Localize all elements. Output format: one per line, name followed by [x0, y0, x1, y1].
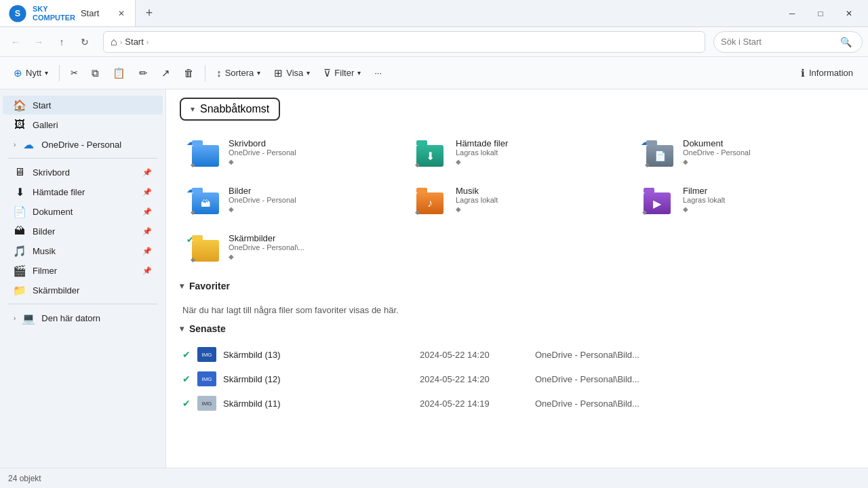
- sidebar-item-datorn[interactable]: › 💻 Den här datorn: [3, 308, 163, 327]
- new-button[interactable]: ⊕ Nytt ▾: [8, 64, 54, 83]
- sidebar-item-hamtade[interactable]: ⬇ Hämtade filer 📌: [3, 182, 163, 201]
- home-icon[interactable]: ⌂: [111, 36, 117, 48]
- senaste-row-1[interactable]: ✔ IMG Skärmbild (13) 2024-05-22 14:20 On…: [180, 342, 854, 367]
- up-button[interactable]: ↑: [52, 32, 72, 52]
- more-button[interactable]: ···: [369, 64, 387, 81]
- sidebar-item-galleri[interactable]: 🖼 Galleri: [3, 115, 163, 134]
- active-tab[interactable]: S SKY COMPUTER Start ✕: [0, 0, 136, 26]
- senaste-header[interactable]: ▾ Senaste: [180, 323, 854, 334]
- skrivbord-icon: 🖥: [14, 166, 26, 178]
- sidebar-divider2: [8, 304, 157, 304]
- sidebar-item-bilder[interactable]: 🏔 Bilder 📌: [3, 222, 163, 241]
- sidebar-item-start[interactable]: 🏠 Start: [3, 96, 163, 115]
- senaste-check-3: ✔: [182, 398, 191, 409]
- sidebar-label-start: Start: [33, 100, 51, 110]
- senaste-file-thumb-2: IMG: [197, 371, 216, 386]
- quick-pin-skrivbord: ◆: [229, 158, 393, 165]
- filmer-pin-icon: 📌: [142, 266, 152, 275]
- cut-icon: ✂: [71, 68, 78, 78]
- quick-pin-filmer: ◆: [683, 205, 848, 213]
- pin-icon-hamtade: ◆: [415, 161, 420, 168]
- senaste-name-3: Skärmbild (11): [223, 399, 413, 409]
- quick-info-dokument: Dokument OneDrive - Personal ◆: [683, 138, 848, 165]
- musik-icon: 🎵: [14, 245, 26, 257]
- rename-button[interactable]: ✏: [134, 64, 153, 83]
- cut-button[interactable]: ✂: [65, 64, 83, 81]
- paste-button[interactable]: 📋: [107, 64, 131, 83]
- sidebar-item-skarmbilder[interactable]: 📁 Skärmbilder: [3, 281, 163, 300]
- sidebar-item-skrivbord[interactable]: 🖥 Skrivbord 📌: [3, 163, 163, 182]
- information-button[interactable]: ℹ Information: [794, 64, 860, 83]
- sidebar-label-datorn: Den här datorn: [41, 313, 100, 323]
- new-chevron-icon: ▾: [45, 69, 48, 77]
- quick-item-skrivbord[interactable]: ☁ ◆ Skrivbord OneDrive - Personal ◆: [180, 131, 400, 172]
- favoriter-label: Favoriter: [189, 281, 230, 291]
- maximize-button[interactable]: □: [807, 3, 834, 24]
- sidebar-label-dokument: Dokument: [33, 207, 73, 217]
- snabbatkomst-header[interactable]: ▾ Snabbåtkomst: [180, 98, 280, 121]
- favoriter-empty-text: När du har lagt till några filer som fav…: [180, 300, 854, 323]
- quick-pin-dokument: ◆: [683, 158, 848, 165]
- view-button[interactable]: ⊞ Visa ▾: [269, 64, 315, 83]
- filmer-icon: 🎬: [14, 264, 26, 277]
- search-box[interactable]: 🔍: [713, 31, 863, 53]
- forward-button[interactable]: →: [28, 32, 49, 52]
- minimize-button[interactable]: ─: [778, 3, 806, 24]
- quick-item-bilder[interactable]: ☁ 🏔 ◆ Bilder OneDrive - Personal ◆: [180, 179, 400, 220]
- svg-text:S: S: [15, 9, 20, 18]
- paste-icon: 📋: [113, 67, 125, 79]
- senaste-date-2: 2024-05-22 14:20: [420, 374, 528, 384]
- onedrive-icon: ☁: [22, 138, 35, 150]
- search-input[interactable]: [721, 37, 836, 47]
- new-tab-button[interactable]: +: [138, 3, 160, 24]
- new-label: Nytt: [26, 68, 41, 78]
- back-button[interactable]: ←: [5, 32, 26, 52]
- sidebar-label-bilder: Bilder: [33, 226, 55, 237]
- senaste-row-2[interactable]: ✔ IMG Skärmbild (12) 2024-05-22 14:20 On…: [180, 367, 854, 391]
- delete-button[interactable]: 🗑: [178, 64, 199, 82]
- copy-button[interactable]: ⧉: [86, 64, 104, 83]
- senaste-row-3[interactable]: ✔ IMG Skärmbild (11) 2024-05-22 14:19 On…: [180, 391, 854, 415]
- logo-line1: SKY: [33, 5, 75, 13]
- quick-name-musik: Musik: [456, 186, 620, 196]
- bilder-pin-icon: 📌: [142, 227, 152, 236]
- snabbatkomst-section-header-wrapper: ▾ Snabbåtkomst: [180, 98, 280, 131]
- sidebar-item-musik[interactable]: 🎵 Musik 📌: [3, 241, 163, 260]
- share-button[interactable]: ↗: [156, 64, 176, 83]
- skrivbord-pin-icon: 📌: [142, 168, 152, 177]
- quick-item-musik[interactable]: ♪ ◆ Musik Lagras lokalt ◆: [407, 179, 627, 220]
- dokument-icon: 📄: [14, 205, 26, 218]
- hamtade-icon: ⬇: [14, 186, 26, 198]
- breadcrumb[interactable]: ⌂ › Start ›: [103, 31, 705, 53]
- sidebar-item-onedrive[interactable]: › ☁ OneDrive - Personal: [3, 135, 163, 154]
- pin-icon-dokument: ◆: [645, 161, 650, 168]
- senaste-path-1: OneDrive - Personal\Bild...: [535, 350, 852, 360]
- view-icon: ⊞: [274, 67, 283, 79]
- close-button[interactable]: ✕: [835, 3, 863, 24]
- breadcrumb-start[interactable]: Start: [125, 37, 143, 47]
- sort-label: Sortera: [225, 68, 254, 78]
- quick-item-hamtade[interactable]: ⬇ ◆ Hämtade filer Lagras lokalt ◆: [407, 131, 627, 172]
- sidebar-label-galleri: Galleri: [33, 120, 58, 130]
- sort-button[interactable]: ↕ Sortera ▾: [211, 64, 266, 82]
- quick-item-skarmbilder[interactable]: ✔ ◆ Skärmbilder OneDrive - Personal\... …: [180, 226, 400, 267]
- app-logo: S: [8, 4, 27, 23]
- info-icon: ℹ: [801, 67, 805, 79]
- onedrive-chevron-icon: ›: [14, 141, 16, 148]
- quick-item-filmer[interactable]: ▶ ◆ Filmer Lagras lokalt ◆: [634, 179, 854, 220]
- filter-button[interactable]: ⊽ Filter ▾: [318, 64, 366, 83]
- sidebar-item-dokument[interactable]: 📄 Dokument 📌: [3, 202, 163, 221]
- quick-sub-hamtade: Lagras lokalt: [456, 148, 620, 157]
- toolbar: ⊕ Nytt ▾ ✂ ⧉ 📋 ✏ ↗ 🗑 ↕ Sortera ▾ ⊞ Visa …: [0, 57, 868, 89]
- quick-info-filmer: Filmer Lagras lokalt ◆: [683, 186, 848, 213]
- senaste-label: Senaste: [189, 323, 226, 334]
- quick-access-grid: ☁ ◆ Skrivbord OneDrive - Personal ◆: [180, 131, 854, 267]
- refresh-button[interactable]: ↻: [75, 32, 95, 52]
- quick-item-dokument[interactable]: ☁ 📄 ◆ Dokument OneDrive - Personal ◆: [634, 131, 854, 172]
- tab-close-button[interactable]: ✕: [116, 8, 127, 19]
- sidebar-item-filmer[interactable]: 🎬 Filmer 📌: [3, 261, 163, 280]
- pin-icon-skrivbord: ◆: [191, 161, 195, 168]
- favoriter-header[interactable]: ▾ Favoriter: [180, 281, 854, 291]
- sidebar-divider1: [8, 158, 157, 159]
- senaste-date-1: 2024-05-22 14:20: [420, 350, 528, 360]
